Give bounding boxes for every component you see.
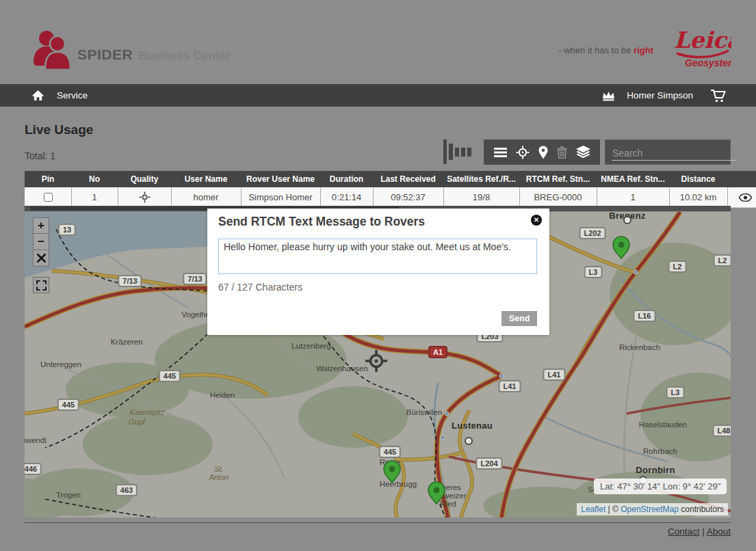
road-shield: L16 (634, 310, 656, 322)
map-town-label: Gupf (129, 418, 145, 426)
box-select-icon (36, 280, 47, 291)
attribution-rest: contributors (679, 505, 724, 514)
map-toolbar (484, 139, 600, 165)
cell-last_received: 09:52:37 (373, 187, 443, 208)
road-shield: L3 (584, 266, 603, 278)
road-shield: L2 (668, 260, 687, 273)
home-icon[interactable] (31, 90, 44, 101)
eye-icon[interactable] (739, 193, 752, 202)
leaflet-link[interactable]: Leaflet (581, 505, 605, 514)
total-count: Total: 1 (25, 150, 55, 161)
live-usage-chart-icon[interactable] (443, 139, 479, 165)
brand-tagline: - when it has to be right (479, 45, 653, 55)
cell-rtcm: BREG-0000 (519, 187, 597, 208)
column-header-user_name[interactable]: User Name (171, 171, 241, 187)
road-shield: 445 (379, 446, 401, 458)
search-box (605, 139, 731, 165)
road-shield: L41 (543, 368, 566, 381)
road-shield: 463 (116, 484, 138, 496)
map-town-label: Haselstauden (639, 420, 687, 429)
zoom-out-button[interactable]: − (33, 234, 49, 250)
leica-logo-text: Leica (674, 27, 731, 53)
about-link[interactable]: About (707, 526, 731, 537)
user-name[interactable]: Homer Simpson (627, 90, 693, 100)
search-input[interactable] (612, 146, 737, 161)
column-header-duration[interactable]: Duration (320, 171, 373, 187)
menu-icon[interactable] (494, 148, 507, 157)
town-marker-ring (465, 437, 473, 445)
road-shield: 445 (159, 370, 181, 382)
app-title: SPIDER Business Center (77, 46, 231, 63)
layers-icon[interactable] (576, 146, 590, 159)
zoom-in-button[interactable]: + (33, 217, 49, 234)
spider-logo-icon (30, 27, 74, 71)
page-title: Live Usage (25, 122, 93, 137)
column-header-quality[interactable]: Quality (118, 171, 171, 187)
trash-icon[interactable] (557, 146, 567, 159)
map-town-label: Dornbirn (636, 465, 675, 475)
geosystems-text: Geosystems (685, 57, 731, 68)
map-town-label: Rohrbach (643, 447, 677, 455)
map-town-label: Rickenbach (619, 343, 660, 351)
send-button[interactable]: Send (501, 311, 537, 326)
cell-no: 1 (71, 187, 118, 208)
table-row: 1homerSimpson Homer0:21:1409:52:3719/8BR… (25, 187, 756, 208)
map-attribution: Leaflet | © OpenStreetMap contributors (577, 503, 728, 515)
column-header-actions[interactable] (727, 171, 756, 187)
column-header-pin[interactable]: Pin (25, 171, 71, 187)
rover-pin-icon[interactable] (428, 481, 445, 507)
fit-extent-button[interactable] (33, 250, 49, 267)
road-shield: 446 (25, 463, 42, 475)
cell-quality (118, 187, 171, 208)
road-shield: L204 (475, 457, 502, 470)
reference-station-crosshair-icon[interactable] (364, 349, 389, 376)
rover-pin-icon[interactable] (612, 236, 630, 262)
map-town-label: Untereggen (40, 360, 81, 368)
column-header-nmea[interactable]: NMEA Ref. Stn... (597, 171, 669, 187)
map-town-label: Lutzenberg (291, 342, 331, 350)
character-counter: 67 / 127 Characters (218, 282, 302, 293)
location-pin-icon[interactable] (538, 146, 548, 159)
leica-logo: Leica Geosystems (673, 25, 731, 70)
center-target-icon[interactable] (516, 146, 530, 159)
road-shield: L48 (713, 425, 731, 437)
cell-user_name: homer (171, 187, 241, 208)
road-shield: 7/13 (183, 273, 207, 285)
road-shield: L202 (579, 227, 605, 239)
attribution-sep: | © (605, 505, 621, 514)
column-header-rover_user_name[interactable]: Rover User Name (241, 171, 320, 187)
cell-satellites: 19/8 (443, 187, 519, 208)
column-header-rtcm[interactable]: RTCM Ref. Stn... (519, 171, 597, 187)
map-town-label: Lustenau (452, 420, 493, 431)
table-header-row: PinNoQualityUser NameRover User NameDura… (25, 171, 756, 187)
map-town-label: Trogen (56, 491, 81, 499)
close-icon[interactable]: ✕ (531, 215, 542, 226)
crown-icon (601, 90, 616, 101)
nav-item-service[interactable]: Service (57, 90, 88, 100)
osm-link[interactable]: OpenStreetMap (621, 505, 679, 514)
rover-pin-icon[interactable] (383, 460, 401, 486)
column-header-last_received[interactable]: Last Received (373, 171, 443, 187)
cart-icon[interactable] (709, 88, 727, 103)
column-header-satellites[interactable]: Satellites Ref./R... (443, 171, 519, 187)
map-town-label: Kräzeren (111, 338, 143, 346)
map-town-label: Kaienspitz (130, 408, 165, 416)
app-title-spider: SPIDER (77, 46, 133, 63)
road-shield: L2 (714, 254, 731, 267)
map-town-label: schwendi (25, 436, 47, 444)
tagline-accent: right (634, 45, 653, 55)
live-usage-table: PinNoQualityUser NameRover User NameDura… (25, 171, 756, 208)
road-shield: 7/13 (118, 275, 142, 287)
map-zoom-controls: + − (33, 217, 49, 267)
column-header-distance[interactable]: Distance (669, 171, 727, 187)
footer-links: Contact | About (668, 526, 731, 537)
send-rtcm-modal: Send RTCM Text Message to Rovers ✕ Hello… (207, 209, 549, 335)
modal-title: Send RTCM Text Message to Rovers (218, 215, 425, 229)
column-header-no[interactable]: No (71, 171, 118, 187)
pin-checkbox[interactable] (44, 193, 53, 202)
footer-sep: | (699, 526, 706, 537)
contact-link[interactable]: Contact (668, 526, 700, 537)
box-select-button[interactable] (33, 277, 49, 293)
message-textarea[interactable]: Hello Homer, please hurry up with your s… (218, 239, 537, 274)
footer-divider (25, 522, 731, 523)
